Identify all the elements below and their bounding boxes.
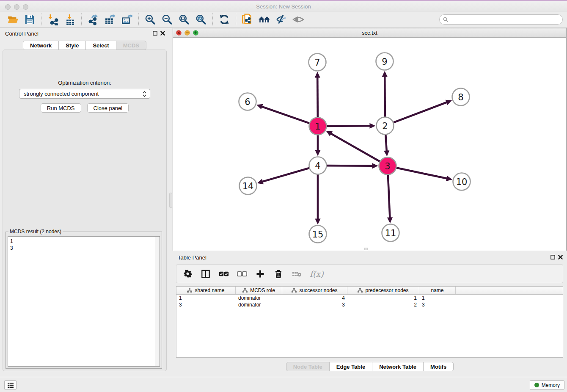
tab-mcds[interactable]: MCDS [116, 41, 146, 50]
toolbar-separator [236, 13, 236, 26]
deselect-all-rows-icon[interactable] [237, 269, 247, 279]
graph-edge-4-14[interactable] [262, 168, 310, 182]
optimization-criterion-label: Optimization criterion: [3, 80, 166, 86]
graph-node-label: 14 [242, 181, 254, 191]
zoom-in-icon[interactable] [144, 13, 157, 26]
graph-edge-4-3[interactable] [325, 166, 373, 166]
network-file-icon[interactable] [241, 13, 254, 26]
column-visibility-icon[interactable] [201, 269, 211, 279]
add-column-icon[interactable] [255, 269, 265, 279]
column-header-name[interactable]: name [419, 287, 456, 294]
edge-arrowhead [446, 176, 452, 181]
table-cell[interactable]: 3 [419, 301, 456, 308]
graph-edge-3-10[interactable] [395, 168, 447, 179]
memory-label: Memory [542, 382, 560, 388]
table-row[interactable]: 1dominator411 [176, 295, 563, 301]
table-cell[interactable]: 1 [347, 295, 419, 301]
tab-network-table[interactable]: Network Table [372, 362, 424, 371]
export-image-icon[interactable] [121, 13, 133, 26]
export-table-icon[interactable] [104, 13, 116, 26]
zoom-fit-icon[interactable] [178, 13, 190, 26]
table-cell[interactable]: 3 [176, 301, 236, 308]
tab-motifs[interactable]: Motifs [424, 362, 454, 371]
export-network-icon[interactable] [87, 13, 99, 26]
select-spinner-icon [143, 91, 146, 97]
graph-node-label: 15 [312, 229, 324, 240]
column-header-label: predecessor nodes [365, 287, 408, 293]
float-panel-icon[interactable] [153, 31, 157, 36]
mcds-result-list[interactable]: 13 [8, 236, 160, 367]
graph-node-label: 6 [245, 97, 250, 107]
table-row[interactable]: 3dominator323 [176, 301, 563, 308]
table-cell[interactable]: dominator [236, 295, 282, 301]
float-table-panel-icon[interactable] [550, 255, 555, 259]
refresh-view-icon[interactable] [218, 13, 231, 26]
window-title: Session: New Session [0, 3, 567, 10]
run-mcds-button[interactable]: Run MCDS [41, 103, 81, 113]
delete-table-icon[interactable] [292, 269, 302, 279]
column-header-MCDS-role[interactable]: MCDS role [236, 287, 282, 294]
memory-button[interactable]: Memory [530, 380, 564, 390]
table-cell[interactable]: 1 [176, 295, 236, 301]
delete-column-icon[interactable] [273, 269, 284, 279]
network-window-titlebar[interactable]: scc.txt [173, 28, 566, 38]
criterion-select[interactable]: strongly connected component [19, 89, 150, 99]
canvas-resize-handle[interactable] [364, 248, 368, 250]
tab-style[interactable]: Style [59, 41, 86, 50]
graph-edge-2-9[interactable] [385, 76, 385, 118]
table-cell[interactable]: 2 [347, 301, 419, 308]
save-session-icon[interactable] [23, 13, 36, 26]
hide-graphics-details-icon[interactable] [275, 13, 288, 26]
graph-edge-1-6[interactable] [261, 106, 311, 124]
table-cell[interactable]: dominator [236, 301, 282, 308]
search-field[interactable] [439, 14, 563, 25]
tab-select[interactable]: Select [86, 41, 116, 50]
close-panel-button[interactable]: Close panel [87, 103, 129, 113]
graph-edge-2-8[interactable] [392, 102, 447, 123]
graph-node-label: 1 [315, 121, 320, 132]
column-header-predecessor-nodes[interactable]: predecessor nodes [347, 287, 419, 294]
column-header-shared-name[interactable]: shared name [176, 287, 236, 294]
edge-arrowhead [384, 150, 389, 156]
task-history-button[interactable] [4, 380, 17, 390]
close-table-panel-icon[interactable] [558, 255, 563, 259]
show-graphics-details-icon[interactable] [292, 13, 305, 26]
graph-edge-3-1[interactable] [330, 133, 381, 162]
open-session-icon[interactable] [6, 13, 19, 26]
column-header-label: name [431, 287, 443, 293]
table-cell[interactable]: 4 [282, 295, 347, 301]
result-line: 3 [10, 245, 160, 251]
graph-edge-2-3[interactable] [385, 133, 387, 151]
graph-edge-1-2[interactable] [325, 126, 370, 126]
edge-arrowhead [256, 104, 263, 109]
close-panel-icon[interactable] [160, 31, 165, 36]
search-input[interactable] [451, 17, 559, 23]
table-cell[interactable]: 1 [419, 295, 456, 301]
window-titlebar: Session: New Session [0, 0, 567, 11]
tab-edge-table[interactable]: Edge Table [330, 362, 372, 371]
control-panel: Control Panel NetworkStyleSelectMCDS Opt… [0, 28, 169, 377]
result-scrollbar[interactable] [155, 237, 160, 366]
home-layout-icon[interactable] [258, 13, 271, 26]
select-all-rows-icon[interactable] [219, 269, 229, 279]
mcds-tab-content: Optimization criterion: strongly connect… [3, 50, 167, 371]
graph-node-label: 2 [382, 121, 388, 131]
tab-network[interactable]: Network [23, 41, 59, 50]
application-window: Session: New Session [0, 0, 567, 392]
tab-node-table[interactable]: Node Table [286, 362, 330, 371]
graph-edge-3-11[interactable] [388, 174, 390, 218]
graph-edge-1-7[interactable] [317, 77, 318, 118]
column-header-successor-nodes[interactable]: successor nodes [282, 287, 347, 294]
zoom-out-icon[interactable] [161, 13, 173, 26]
network-canvas[interactable]: 7968124314101511 [173, 38, 566, 251]
table-cell[interactable]: 3 [282, 301, 347, 308]
edge-arrowhead [372, 163, 378, 168]
zoom-selected-icon[interactable] [195, 13, 207, 26]
main-toolbar [0, 11, 567, 28]
import-table-icon[interactable] [63, 13, 76, 26]
function-builder-icon[interactable]: f(x) [310, 269, 324, 279]
splitter-handle[interactable] [169, 193, 172, 208]
edge-arrowhead [315, 219, 320, 225]
import-network-icon[interactable] [47, 13, 59, 26]
table-settings-icon[interactable] [182, 269, 193, 279]
